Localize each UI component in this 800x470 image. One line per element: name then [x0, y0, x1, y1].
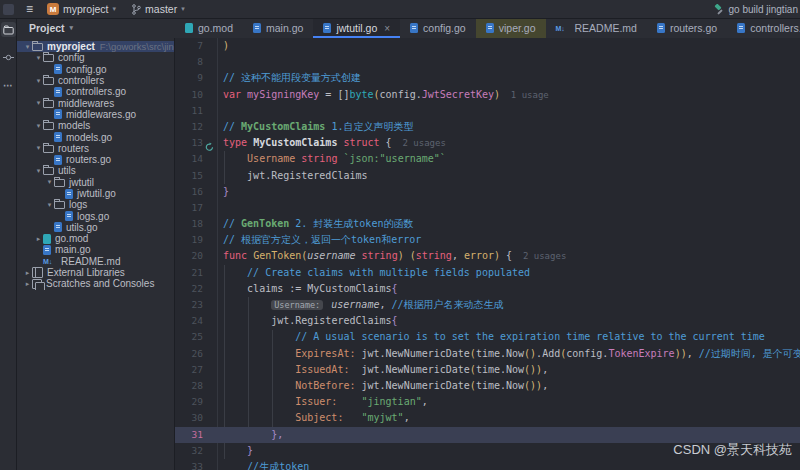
- code-line-25[interactable]: 25 // A usual scenario is to set the exp…: [175, 329, 800, 345]
- line-number[interactable]: 23: [175, 297, 203, 313]
- tree-chevron-icon[interactable]: ▾: [34, 144, 43, 152]
- tree-item-main.go[interactable]: main.go: [17, 244, 174, 255]
- tree-chevron-icon[interactable]: ▸: [23, 269, 32, 277]
- line-number[interactable]: 24: [175, 313, 203, 329]
- app-icon[interactable]: [3, 4, 14, 15]
- code-line-22[interactable]: 22 claims := MyCustomClaims{: [175, 281, 800, 297]
- line-number[interactable]: 19: [175, 232, 203, 248]
- code-line-14[interactable]: 14 Username string `json:"username"`: [175, 151, 800, 167]
- tree-item-middlewares[interactable]: ▾middlewares: [17, 97, 174, 108]
- code-line-8[interactable]: 8: [175, 54, 800, 70]
- line-number[interactable]: 32: [175, 443, 203, 459]
- line-number[interactable]: 27: [175, 362, 203, 378]
- code-line-16[interactable]: 16}: [175, 184, 800, 200]
- code-line-12[interactable]: 12// MyCustomClaims 1.自定义声明类型: [175, 119, 800, 135]
- code-line-19[interactable]: 19// 根据官方定义，返回一个token和error: [175, 232, 800, 248]
- tree-item-controllers[interactable]: ▾controllers: [17, 75, 174, 86]
- tree-item-config[interactable]: ▾config: [17, 52, 174, 63]
- code-line-21[interactable]: 21 // Create claims with multiple fields…: [175, 265, 800, 281]
- line-number[interactable]: 26: [175, 346, 203, 362]
- line-number[interactable]: 11: [175, 103, 203, 119]
- code-line-27[interactable]: 27 IssuedAt: jwt.NewNumericDate(time.Now…: [175, 362, 800, 378]
- line-number[interactable]: 15: [175, 168, 203, 184]
- line-number[interactable]: 22: [175, 281, 203, 297]
- code-line-17[interactable]: 17: [175, 200, 800, 216]
- project-widget[interactable]: M myproject ▾: [47, 3, 116, 15]
- tree-chevron-icon[interactable]: ▾: [45, 178, 54, 186]
- line-number[interactable]: 21: [175, 265, 203, 281]
- line-number[interactable]: 12: [175, 119, 203, 135]
- code-line-33[interactable]: 33 //生成token: [175, 459, 800, 470]
- line-number[interactable]: 25: [175, 329, 203, 345]
- tree-chevron-icon[interactable]: ▾: [23, 43, 32, 51]
- code-line-18[interactable]: 18// GenToken 2. 封装生成token的函数: [175, 216, 800, 232]
- tree-item-myproject[interactable]: ▾myprojectF:\goworks\src\jingtian: [17, 41, 174, 52]
- line-number[interactable]: 20: [175, 248, 203, 264]
- tab-routers.go[interactable]: routers.go: [647, 18, 727, 38]
- code-line-10[interactable]: 10var mySigningKey = []byte(config.JwtSe…: [175, 87, 800, 103]
- tree-chevron-icon[interactable]: ▸: [23, 280, 32, 288]
- tree-chevron-icon[interactable]: ▾: [34, 122, 43, 130]
- tree-item-jwtutil[interactable]: ▾jwtutil: [17, 177, 174, 188]
- run-configuration-widget[interactable]: go build jingtian: [714, 0, 799, 18]
- tree-item-config.go[interactable]: config.go: [17, 64, 174, 75]
- tree-item-go.mod[interactable]: ▸go.mod: [17, 233, 174, 244]
- commit-tool-button[interactable]: [1, 50, 16, 65]
- tree-chevron-icon[interactable]: ▾: [34, 77, 43, 85]
- line-number[interactable]: 17: [175, 200, 203, 216]
- tree-chevron-icon[interactable]: ▸: [34, 235, 43, 243]
- code-line-30[interactable]: 30 Subject: "myjwt",: [175, 410, 800, 426]
- more-tool-windows-button[interactable]: ⋯: [1, 78, 16, 93]
- tree-chevron-icon[interactable]: ▾: [45, 201, 54, 209]
- tree-item-utils[interactable]: ▾utils: [17, 165, 174, 176]
- tab-controllers.go[interactable]: controllers.go: [727, 18, 800, 38]
- tree-item-readme.md[interactable]: M↓README.md: [17, 256, 174, 267]
- tab-main.go[interactable]: main.go: [243, 18, 313, 38]
- line-number[interactable]: 28: [175, 378, 203, 394]
- code-line-24[interactable]: 24 jwt.RegisteredClaims{: [175, 313, 800, 329]
- tab-readme.md[interactable]: M↓README.md: [546, 18, 647, 38]
- code-line-29[interactable]: 29 Issuer: "jingtian",: [175, 394, 800, 410]
- tree-item-external-libraries[interactable]: ▸External Libraries: [17, 267, 174, 278]
- tree-item-scratches-and-consoles[interactable]: ▸Scratches and Consoles: [17, 278, 174, 289]
- project-tool-button[interactable]: [1, 22, 16, 37]
- line-number[interactable]: 9: [175, 70, 203, 86]
- line-number[interactable]: 16: [175, 184, 203, 200]
- tab-viper.go[interactable]: viper.go: [476, 18, 546, 38]
- tab-jwtutil.go[interactable]: jwtutil.go×: [313, 18, 400, 38]
- code-line-11[interactable]: 11: [175, 103, 800, 119]
- tree-chevron-icon[interactable]: ▾: [34, 167, 43, 175]
- tree-chevron-icon[interactable]: ▾: [34, 99, 43, 107]
- tree-item-routers[interactable]: ▾routers: [17, 143, 174, 154]
- line-number[interactable]: 8: [175, 54, 203, 70]
- code-line-23[interactable]: 23 Username: username, //根据用户名来动态生成: [175, 297, 800, 313]
- tree-item-controllers.go[interactable]: controllers.go: [17, 86, 174, 97]
- tree-item-middlewares.go[interactable]: middlewares.go: [17, 109, 174, 120]
- line-number[interactable]: 18: [175, 216, 203, 232]
- line-number[interactable]: 33: [175, 459, 203, 470]
- code-line-20[interactable]: 20func GenToken(username string) (string…: [175, 248, 800, 264]
- tab-go.mod[interactable]: go.mod: [175, 18, 243, 38]
- tree-item-jwtutil.go[interactable]: jwtutil.go: [17, 188, 174, 199]
- line-number[interactable]: 10: [175, 87, 203, 103]
- line-number[interactable]: 7: [175, 38, 203, 54]
- tree-item-logs[interactable]: ▾logs: [17, 199, 174, 210]
- tree-item-models[interactable]: ▾models: [17, 120, 174, 131]
- line-number[interactable]: 30: [175, 410, 203, 426]
- code-line-15[interactable]: 15 jwt.RegisteredClaims: [175, 168, 800, 184]
- tree-item-logs.go[interactable]: logs.go: [17, 210, 174, 221]
- code-line-28[interactable]: 28 NotBefore: jwt.NewNumericDate(time.No…: [175, 378, 800, 394]
- tree-item-routers.go[interactable]: routers.go: [17, 154, 174, 165]
- tab-config.go[interactable]: config.go: [400, 18, 476, 38]
- line-number[interactable]: 14: [175, 151, 203, 167]
- code-line-26[interactable]: 26 ExpiresAt: jwt.NewNumericDate(time.No…: [175, 346, 800, 362]
- code-line-9[interactable]: 9// 这种不能用段变量方式创建: [175, 70, 800, 86]
- line-number[interactable]: 31: [175, 427, 203, 443]
- tab-close-icon[interactable]: ×: [384, 23, 390, 34]
- line-number[interactable]: 29: [175, 394, 203, 410]
- tree-chevron-icon[interactable]: ▾: [34, 54, 43, 62]
- tree-item-models.go[interactable]: models.go: [17, 131, 174, 142]
- code-editor[interactable]: 7)89// 这种不能用段变量方式创建10var mySigningKey = …: [175, 38, 800, 470]
- tree-item-utils.go[interactable]: utils.go: [17, 222, 174, 233]
- project-panel-header[interactable]: Project ▾: [17, 18, 175, 38]
